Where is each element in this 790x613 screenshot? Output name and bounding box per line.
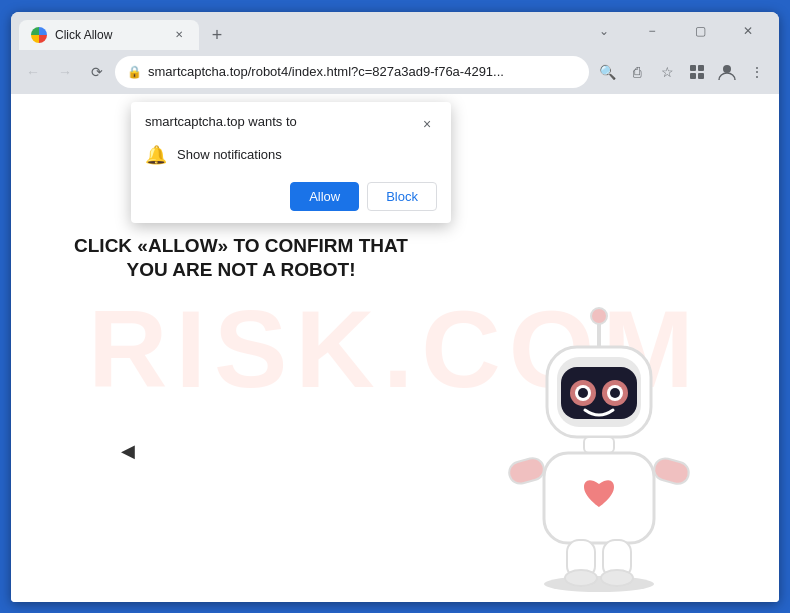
profile-icon[interactable] <box>713 58 741 86</box>
back-button[interactable]: ← <box>19 58 47 86</box>
svg-point-24 <box>601 570 633 586</box>
url-text: smartcaptcha.top/robot4/index.html?c=827… <box>148 64 577 79</box>
tab-title: Click Allow <box>55 28 163 42</box>
page-content: RISK.COM CLICK «ALLOW» TO CONFIRM THAT Y… <box>11 94 779 602</box>
search-icon[interactable]: 🔍 <box>593 58 621 86</box>
chevron-button[interactable]: ⌄ <box>581 15 627 47</box>
svg-point-16 <box>610 388 620 398</box>
popup-actions: Allow Block <box>145 182 437 211</box>
share-icon[interactable]: ⎙ <box>623 58 651 86</box>
maximize-button[interactable]: ▢ <box>677 15 723 47</box>
svg-rect-2 <box>690 73 696 79</box>
block-button[interactable]: Block <box>367 182 437 211</box>
close-button[interactable]: ✕ <box>725 15 771 47</box>
allow-button[interactable]: Allow <box>290 182 359 211</box>
menu-icon[interactable]: ⋮ <box>743 58 771 86</box>
svg-point-15 <box>578 388 588 398</box>
title-bar: Click Allow ✕ + ⌄ − ▢ ✕ <box>11 12 779 50</box>
toolbar-icons: 🔍 ⎙ ☆ ⋮ <box>593 58 771 86</box>
tab-close-button[interactable]: ✕ <box>171 27 187 43</box>
minimize-button[interactable]: − <box>629 15 675 47</box>
popup-header: smartcaptcha.top wants to × <box>145 114 437 134</box>
robot-illustration <box>479 292 719 592</box>
popup-notification-row: 🔔 Show notifications <box>145 144 437 166</box>
cursor: ◀ <box>121 440 135 462</box>
reload-button[interactable]: ⟳ <box>83 58 111 86</box>
page-main-text: CLICK «ALLOW» TO CONFIRM THAT YOU ARE NO… <box>71 234 411 283</box>
popup-site-name: smartcaptcha.top wants to <box>145 114 297 129</box>
bell-icon: 🔔 <box>145 144 167 166</box>
extensions-icon[interactable] <box>683 58 711 86</box>
notification-text: Show notifications <box>177 147 282 162</box>
svg-rect-17 <box>584 437 614 453</box>
svg-rect-0 <box>690 65 696 71</box>
forward-button[interactable]: → <box>51 58 79 86</box>
window-controls: ⌄ − ▢ ✕ <box>581 15 771 47</box>
browser-window: Click Allow ✕ + ⌄ − ▢ ✕ ← → ⟳ 🔒 smartcap… <box>11 12 779 602</box>
new-tab-button[interactable]: + <box>203 22 231 50</box>
svg-point-5 <box>544 576 654 592</box>
popup-close-button[interactable]: × <box>417 114 437 134</box>
tab-strip: Click Allow ✕ + <box>19 12 581 50</box>
notification-popup: smartcaptcha.top wants to × 🔔 Show notif… <box>131 102 451 223</box>
svg-point-7 <box>591 308 607 324</box>
browser-tab[interactable]: Click Allow ✕ <box>19 20 199 50</box>
bookmark-icon[interactable]: ☆ <box>653 58 681 86</box>
address-bar: ← → ⟳ 🔒 smartcaptcha.top/robot4/index.ht… <box>11 50 779 94</box>
svg-rect-20 <box>652 455 692 485</box>
svg-rect-19 <box>507 455 547 485</box>
svg-rect-1 <box>698 65 704 71</box>
svg-point-23 <box>565 570 597 586</box>
svg-rect-3 <box>698 73 704 79</box>
svg-point-4 <box>723 65 731 73</box>
tab-favicon <box>31 27 47 43</box>
url-box[interactable]: 🔒 smartcaptcha.top/robot4/index.html?c=8… <box>115 56 589 88</box>
lock-icon: 🔒 <box>127 65 142 79</box>
